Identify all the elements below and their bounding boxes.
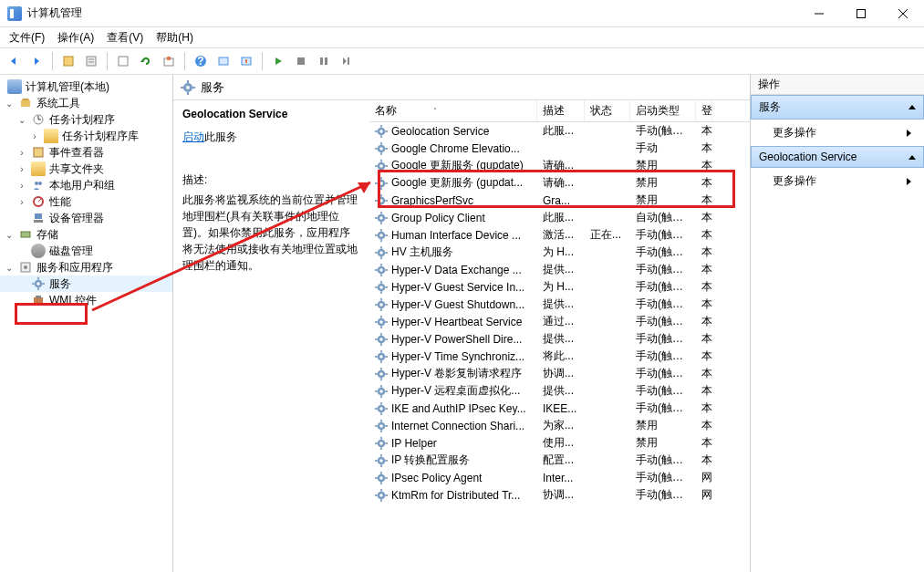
tree-root[interactable]: 计算机管理(本地) — [0, 78, 172, 95]
gear-icon — [375, 350, 388, 363]
svg-rect-21 — [297, 57, 305, 65]
stop-button[interactable] — [291, 51, 311, 71]
service-detail-panel: Geolocation Service 启动此服务 描述: 此服务将监视系统的当… — [173, 100, 369, 572]
toolbar-btn-7[interactable] — [236, 51, 256, 71]
maximize-button[interactable] — [840, 0, 882, 27]
tree-task-scheduler-lib[interactable]: ›任务计划程序库 — [0, 128, 172, 144]
restart-button[interactable] — [337, 51, 357, 71]
tree-services[interactable]: 服务 — [0, 276, 172, 292]
service-row[interactable]: Google 更新服务 (gupdat...请确...禁用本 — [369, 174, 750, 192]
svg-rect-11 — [87, 57, 96, 66]
service-row[interactable]: Hyper-V Time Synchroniz...将此...手动(触发...本 — [369, 348, 750, 365]
service-desc: 协调... — [537, 487, 585, 503]
tree-shared-folders[interactable]: ›共享文件夹 — [0, 161, 172, 177]
tree-label: 存储 — [36, 227, 58, 243]
service-row[interactable]: Hyper-V 卷影复制请求程序协调...手动(触发...本 — [369, 365, 750, 382]
service-logon: 本 — [696, 244, 712, 260]
service-row[interactable]: IP Helper使用...禁用本 — [369, 434, 750, 452]
tree-label: 系统工具 — [36, 96, 80, 111]
column-status[interactable]: 状态 — [585, 100, 630, 121]
actions-section-selected[interactable]: Geolocation Service — [751, 146, 924, 168]
service-row[interactable]: Human Interface Device ...激活...正在...手动(触… — [369, 226, 750, 244]
tree-event-viewer[interactable]: ›事件查看器 — [0, 144, 172, 161]
service-logon: 本 — [696, 296, 712, 312]
toolbar-btn-6[interactable] — [213, 51, 234, 71]
help-button[interactable]: ? — [191, 51, 211, 71]
service-row[interactable]: IP 转换配置服务配置...手动(触发...本 — [369, 452, 750, 469]
tree-local-users[interactable]: ›本地用户和组 — [0, 177, 172, 193]
service-row[interactable]: Hyper-V Heartbeat Service通过...手动(触发...本 — [369, 313, 750, 330]
toolbar-btn-3[interactable] — [113, 51, 133, 71]
actions-more-2[interactable]: 更多操作 — [751, 168, 924, 194]
toolbar-btn-2[interactable] — [81, 51, 101, 71]
service-row[interactable]: KtmRm for Distributed Tr...协调...手动(触发...… — [369, 486, 750, 504]
nav-back-button[interactable] — [4, 51, 24, 71]
service-logon: 本 — [696, 435, 712, 451]
service-desc: 通过... — [537, 314, 585, 329]
service-row[interactable]: Hyper-V PowerShell Dire...提供...手动(触发...本 — [369, 330, 750, 348]
service-row[interactable]: GraphicsPerfSvcGra...禁用本 — [369, 192, 750, 209]
service-row[interactable]: Google 更新服务 (gupdate)请确...禁用本 — [369, 157, 750, 174]
service-desc: 激活... — [537, 227, 585, 243]
gear-icon — [375, 194, 388, 207]
menu-help[interactable]: 帮助(H) — [151, 28, 199, 47]
column-name[interactable]: 名称˄ — [369, 100, 537, 121]
service-logon: 本 — [696, 227, 712, 243]
service-row[interactable]: Group Policy Client此服...自动(触发...本 — [369, 209, 750, 226]
start-service-link[interactable]: 启动此服务 — [182, 130, 360, 145]
tree-system-tools[interactable]: ⌄系统工具 — [0, 95, 172, 111]
menu-file[interactable]: 文件(F) — [4, 28, 50, 47]
actions-more-1[interactable]: 更多操作 — [751, 120, 924, 146]
tree-disk-mgmt[interactable]: 磁盘管理 — [0, 243, 172, 259]
service-logon: 网 — [696, 487, 712, 503]
service-name: Hyper-V Data Exchange ... — [391, 264, 522, 276]
nav-forward-button[interactable] — [26, 51, 47, 71]
tree-label: 事件查看器 — [49, 145, 104, 161]
export-button[interactable] — [159, 51, 179, 71]
close-button[interactable] — [882, 0, 924, 27]
tree-device-manager[interactable]: 设备管理器 — [0, 210, 172, 226]
actions-section-services[interactable]: 服务 — [751, 95, 924, 120]
service-row[interactable]: Hyper-V Data Exchange ...提供...手动(触发...本 — [369, 261, 750, 278]
service-row[interactable]: IPsec Policy AgentInter...手动(触发...网 — [369, 469, 750, 486]
service-row[interactable]: Hyper-V 远程桌面虚拟化...提供...手动(触发...本 — [369, 382, 750, 400]
service-row[interactable]: Hyper-V Guest Service In...为 H...手动(触发..… — [369, 278, 750, 296]
tree-wmi[interactable]: WMI 控件 — [0, 292, 172, 308]
refresh-button[interactable] — [136, 51, 156, 71]
service-row[interactable]: Internet Connection Shari...为家...禁用本 — [369, 417, 750, 434]
service-row[interactable]: Geolocation Service此服...手动(触发...本 — [369, 122, 750, 140]
tree-storage[interactable]: ⌄存储 — [0, 226, 172, 243]
svg-rect-23 — [325, 57, 327, 65]
service-name: IP 转换配置服务 — [391, 452, 470, 468]
description-label: 描述: — [182, 172, 360, 188]
service-desc: 提供... — [537, 296, 585, 312]
column-logon[interactable]: 登 — [696, 100, 712, 121]
gear-icon — [375, 316, 388, 328]
menu-action[interactable]: 操作(A) — [52, 28, 99, 47]
service-startup: 手动(触发... — [630, 227, 696, 243]
service-startup: 手动(触发... — [630, 262, 696, 277]
tree-services-apps[interactable]: ⌄服务和应用程序 — [0, 259, 172, 276]
gear-icon — [375, 177, 388, 190]
menu-view[interactable]: 查看(V) — [101, 28, 149, 47]
service-logon: 本 — [696, 383, 712, 399]
service-row[interactable]: IKE and AuthIP IPsec Key...IKEE...手动(触发.… — [369, 400, 750, 417]
service-row[interactable]: HV 主机服务为 H...手动(触发...本 — [369, 244, 750, 261]
play-button[interactable] — [268, 51, 288, 71]
toolbar-btn-1[interactable] — [58, 51, 78, 71]
tree-performance[interactable]: ›性能 — [0, 193, 172, 210]
service-startup: 手动(触发... — [630, 123, 696, 139]
minimize-button[interactable] — [798, 0, 840, 27]
gear-icon — [375, 142, 388, 155]
service-startup: 禁用 — [630, 418, 696, 433]
navigation-tree[interactable]: 计算机管理(本地) ⌄系统工具 ⌄任务计划程序 ›任务计划程序库 ›事件查看器 … — [0, 75, 173, 572]
pause-button[interactable] — [314, 51, 334, 71]
tree-label: 设备管理器 — [49, 211, 104, 226]
tree-label: WMI 控件 — [49, 293, 97, 308]
service-row[interactable]: Google Chrome Elevatio...手动本 — [369, 140, 750, 157]
service-row[interactable]: Hyper-V Guest Shutdown...提供...手动(触发...本 — [369, 296, 750, 313]
gear-icon — [375, 368, 388, 380]
column-desc[interactable]: 描述 — [537, 100, 585, 121]
column-startup[interactable]: 启动类型 — [630, 100, 696, 121]
tree-task-scheduler[interactable]: ⌄任务计划程序 — [0, 111, 172, 128]
